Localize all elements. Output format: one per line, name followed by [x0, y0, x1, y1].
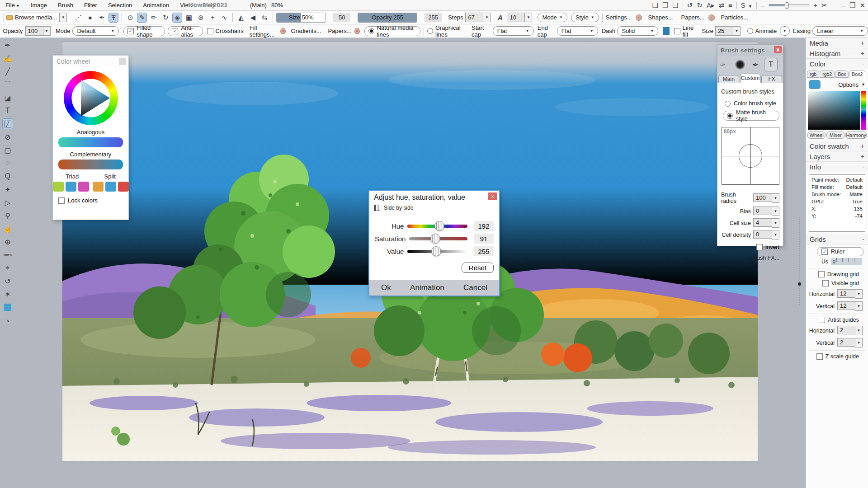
side-by-side-icon[interactable] [374, 205, 380, 211]
browse-media-dropdown[interactable]: Browse media... ▼ [4, 13, 67, 22]
media-section-header[interactable]: Media+ [806, 38, 868, 48]
z-scale-guide-checkbox[interactable] [816, 353, 823, 360]
shape-line-tool[interactable]: ╱ [2, 118, 13, 129]
zoom-out-button[interactable]: – [761, 1, 764, 9]
dock-resize-handle[interactable] [799, 217, 803, 305]
window-minimize[interactable]: – [842, 1, 845, 9]
particles-link[interactable]: Particles... [721, 14, 749, 21]
cell-density-dropdown[interactable]: 0▼ [753, 230, 779, 239]
brush-size-slider[interactable]: Size 50% [276, 13, 326, 23]
papers2-link[interactable]: Papers... [328, 28, 351, 34]
menu-item[interactable]: Brush [52, 2, 79, 9]
menu-item[interactable]: Image [25, 2, 52, 9]
animation-button[interactable]: Animation [410, 283, 444, 292]
ellipse-tool[interactable]: ⊘ [2, 131, 13, 142]
hue-wheel[interactable] [64, 71, 118, 125]
close-icon[interactable]: x [774, 46, 782, 53]
asterisk-circle-icon[interactable]: ⊛ [196, 13, 206, 23]
paste-image-icon[interactable]: ❏ [652, 1, 658, 9]
crosshairs-checkbox[interactable] [207, 28, 213, 34]
zoom-100-tool[interactable]: 100% [2, 249, 13, 260]
natural-media-option[interactable]: Natural media lines [364, 26, 421, 36]
paste-layer-icon[interactable]: ❑ [672, 1, 678, 9]
brush-radius-dropdown[interactable]: 100▼ [753, 193, 779, 203]
current-color-swatch[interactable] [809, 80, 821, 89]
matte-brush-style-radio[interactable] [727, 113, 733, 119]
pen-nib-icon[interactable]: ✒ [97, 13, 107, 23]
compass-icon[interactable]: ◈ [172, 13, 182, 23]
sv-picker[interactable] [808, 91, 860, 130]
split-swatch-1[interactable] [93, 182, 104, 192]
drawing-grid-checkbox[interactable] [818, 271, 825, 277]
animate-radio[interactable] [747, 28, 753, 34]
picker-pin-tool[interactable]: ⚲ [2, 210, 13, 221]
edit-pen-icon[interactable]: ✎ [137, 13, 147, 23]
brush-opacity-slider[interactable]: Opacity 255 [358, 13, 417, 23]
bias-dropdown[interactable]: 0▼ [753, 206, 779, 216]
invert-checkbox[interactable] [756, 244, 763, 250]
value-slider[interactable] [407, 250, 467, 253]
gradients-link[interactable]: Gradients... [291, 28, 321, 34]
paste-selection-icon[interactable]: ❐ [662, 1, 668, 9]
airbrush-tool[interactable]: ✒ [2, 40, 13, 51]
artist-guides-checkbox[interactable] [819, 317, 825, 323]
color-section-header[interactable]: Color- [806, 59, 868, 69]
window-close[interactable]: ✕ [859, 1, 865, 9]
line-size-dropdown[interactable]: 25▼ [715, 26, 741, 36]
rect-select-tool[interactable]: ▢ [2, 145, 13, 155]
smudge-tool[interactable]: ☝ [2, 223, 13, 234]
aa-steps-dropdown[interactable]: 10▼ [507, 13, 532, 22]
artist-vertical-dropdown[interactable]: 2▼ [837, 338, 863, 347]
saturation-slider[interactable] [409, 237, 467, 240]
start-cap-dropdown[interactable]: Flat▼ [493, 26, 534, 36]
histogram-section-header[interactable]: Histogram+ [806, 48, 868, 59]
triad-swatch-1[interactable] [53, 182, 64, 192]
custom-brush-icon[interactable]: Ŧ [764, 58, 778, 71]
split-swatch-2[interactable] [105, 182, 116, 192]
settings-link[interactable]: Settings... [606, 14, 632, 21]
ui-scale-slider[interactable] [769, 4, 809, 6]
fx-star-tool[interactable]: ✶ [2, 289, 13, 300]
zoom-tool[interactable]: ⊕ [2, 236, 13, 247]
layers-section-header[interactable]: Layers+ [806, 151, 868, 162]
color-swatch-section-header[interactable]: Color swatch+ [806, 141, 868, 151]
papers-badge-icon[interactable]: ✕ [708, 14, 715, 21]
sv-triangle[interactable] [64, 71, 118, 125]
split-swatch-3[interactable] [118, 182, 129, 192]
grid-horizontal-dropdown[interactable]: 12▼ [837, 289, 863, 299]
brush-fx-link[interactable]: Brush FX... [721, 255, 779, 261]
complementary-bar[interactable] [58, 160, 123, 169]
triad-swatch-2[interactable] [66, 182, 76, 192]
poly-select-tool[interactable]: ▷ [2, 197, 13, 208]
grids-section-header[interactable]: Grids- [806, 234, 868, 244]
undo-icon[interactable]: ↺ [687, 1, 693, 9]
perspective-icon[interactable]: ◭ [236, 13, 246, 23]
magic-wand-tool[interactable]: ✦ [2, 184, 13, 195]
mode-menu-button[interactable]: Mode▼ [538, 13, 567, 22]
fill-settings-link[interactable]: Fill settings... [250, 24, 278, 38]
pen-square-icon[interactable]: ▣ [184, 13, 194, 23]
units-ruler[interactable]: 0 [831, 258, 862, 265]
line-mode-dropdown[interactable]: Default▼ [72, 26, 119, 36]
line-opacity-dropdown[interactable]: 100▼ [25, 26, 51, 36]
crosshair-plus-icon[interactable]: ＋ [208, 13, 217, 23]
line-fill-checkbox[interactable] [674, 28, 680, 34]
end-cap-dropdown[interactable]: Flat▼ [557, 26, 598, 36]
curve-tool[interactable]: ⌒ [2, 79, 13, 90]
current-color-chip[interactable] [2, 302, 13, 313]
color-options-menu[interactable]: Options▼ [838, 81, 865, 88]
pen-brush-icon[interactable]: ✒ [752, 60, 759, 70]
collapse-arrow[interactable]: ↘ [2, 315, 13, 326]
reset-button[interactable]: Reset [462, 263, 494, 273]
soft-brush-icon[interactable] [735, 60, 745, 70]
lock-colors-checkbox[interactable] [58, 197, 65, 204]
pan-tool[interactable]: ⌖ [2, 263, 13, 273]
color-brush-style-radio[interactable] [725, 101, 731, 107]
flip-icon[interactable]: ⇆ [259, 13, 269, 23]
text-arrow-icon[interactable]: A▸ [707, 1, 715, 9]
grid-vertical-dropdown[interactable]: 12▼ [837, 301, 863, 311]
gradient-fill-tool[interactable]: ◪ [2, 92, 13, 103]
close-icon[interactable]: x [488, 192, 497, 200]
triad-swatch-3[interactable] [78, 182, 89, 192]
anti-alias-option[interactable]: ✓Anti-alias [168, 26, 203, 36]
